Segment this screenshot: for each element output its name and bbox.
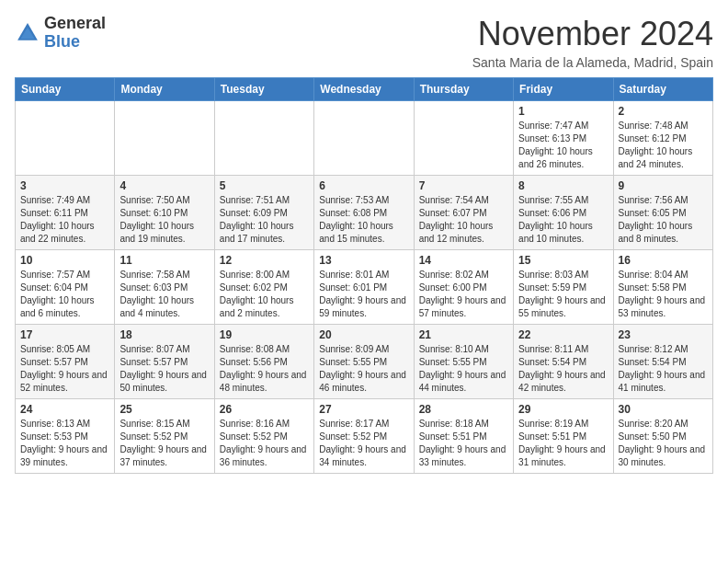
calendar-cell: 25 Sunrise: 8:15 AMSunset: 5:52 PMDaylig… (115, 399, 214, 474)
calendar-cell: 30 Sunrise: 8:20 AMSunset: 5:50 PMDaylig… (613, 399, 712, 474)
day-detail: Sunrise: 8:10 AMSunset: 5:55 PMDaylight:… (419, 343, 508, 395)
day-number: 21 (419, 328, 508, 341)
logo-text: General Blue (44, 15, 106, 52)
day-detail: Sunrise: 7:48 AMSunset: 6:12 PMDaylight:… (619, 120, 708, 171)
day-number: 8 (518, 179, 608, 192)
calendar-cell: 28 Sunrise: 8:18 AMSunset: 5:51 PMDaylig… (414, 399, 513, 474)
day-number: 18 (119, 328, 209, 341)
day-number: 25 (119, 403, 209, 416)
day-number: 26 (220, 403, 309, 416)
day-number: 19 (220, 328, 309, 341)
weekday-header: Tuesday (214, 78, 313, 101)
day-number: 28 (419, 403, 508, 416)
day-number: 12 (220, 254, 309, 267)
day-detail: Sunrise: 7:50 AMSunset: 6:10 PMDaylight:… (119, 194, 209, 246)
logo-blue: Blue (44, 32, 80, 51)
calendar-cell: 15 Sunrise: 8:03 AMSunset: 5:59 PMDaylig… (514, 250, 613, 325)
day-number: 14 (419, 254, 508, 267)
calendar-cell: 6 Sunrise: 7:53 AMSunset: 6:08 PMDayligh… (314, 176, 414, 250)
day-number: 24 (20, 403, 109, 416)
day-number: 4 (119, 179, 209, 192)
page-header: General Blue November 2024 Santa Maria d… (15, 15, 713, 70)
calendar-cell: 8 Sunrise: 7:55 AMSunset: 6:06 PMDayligh… (514, 176, 613, 250)
day-detail: Sunrise: 8:04 AMSunset: 5:58 PMDaylight:… (619, 269, 708, 320)
day-detail: Sunrise: 7:58 AMSunset: 6:03 PMDaylight:… (119, 269, 209, 320)
calendar-cell: 20 Sunrise: 8:09 AMSunset: 5:55 PMDaylig… (314, 325, 414, 399)
day-number: 29 (518, 403, 608, 416)
location: Santa Maria de la Alameda, Madrid, Spain (472, 55, 713, 70)
weekday-header: Wednesday (314, 78, 414, 101)
day-number: 30 (619, 403, 708, 416)
calendar-cell: 4 Sunrise: 7:50 AMSunset: 6:10 PMDayligh… (115, 176, 214, 250)
calendar-cell: 23 Sunrise: 8:12 AMSunset: 5:54 PMDaylig… (613, 325, 712, 399)
day-detail: Sunrise: 7:55 AMSunset: 6:06 PMDaylight:… (518, 194, 608, 246)
calendar-week-row: 24 Sunrise: 8:13 AMSunset: 5:53 PMDaylig… (16, 399, 713, 474)
day-number: 11 (119, 254, 209, 267)
day-detail: Sunrise: 8:13 AMSunset: 5:53 PMDaylight:… (20, 418, 109, 469)
day-detail: Sunrise: 7:49 AMSunset: 6:11 PMDaylight:… (20, 194, 109, 246)
weekday-header: Thursday (414, 78, 513, 101)
calendar-cell (214, 101, 313, 176)
calendar-cell: 3 Sunrise: 7:49 AMSunset: 6:11 PMDayligh… (16, 176, 115, 250)
calendar-cell: 26 Sunrise: 8:16 AMSunset: 5:52 PMDaylig… (214, 399, 313, 474)
day-detail: Sunrise: 7:56 AMSunset: 6:05 PMDaylight:… (619, 194, 708, 246)
calendar-week-row: 17 Sunrise: 8:05 AMSunset: 5:57 PMDaylig… (16, 325, 713, 399)
calendar-cell: 11 Sunrise: 7:58 AMSunset: 6:03 PMDaylig… (115, 250, 214, 325)
day-detail: Sunrise: 8:15 AMSunset: 5:52 PMDaylight:… (119, 418, 209, 469)
day-detail: Sunrise: 7:47 AMSunset: 6:13 PMDaylight:… (518, 120, 608, 171)
day-detail: Sunrise: 8:01 AMSunset: 6:01 PMDaylight:… (319, 269, 408, 320)
calendar-cell: 7 Sunrise: 7:54 AMSunset: 6:07 PMDayligh… (414, 176, 513, 250)
calendar-cell: 19 Sunrise: 8:08 AMSunset: 5:56 PMDaylig… (214, 325, 313, 399)
weekday-header: Sunday (16, 78, 115, 101)
day-detail: Sunrise: 8:19 AMSunset: 5:51 PMDaylight:… (518, 418, 608, 469)
day-detail: Sunrise: 8:05 AMSunset: 5:57 PMDaylight:… (20, 343, 109, 395)
day-number: 27 (319, 403, 408, 416)
day-number: 10 (20, 254, 109, 267)
logo-general: General (44, 14, 106, 32)
day-detail: Sunrise: 8:11 AMSunset: 5:54 PMDaylight:… (518, 343, 608, 395)
calendar-cell: 24 Sunrise: 8:13 AMSunset: 5:53 PMDaylig… (16, 399, 115, 474)
day-number: 2 (619, 105, 708, 118)
calendar-cell (115, 101, 214, 176)
day-number: 6 (319, 179, 408, 192)
weekday-header: Monday (115, 78, 214, 101)
day-number: 15 (518, 254, 608, 267)
day-detail: Sunrise: 7:53 AMSunset: 6:08 PMDaylight:… (319, 194, 408, 246)
day-detail: Sunrise: 8:16 AMSunset: 5:52 PMDaylight:… (220, 418, 309, 469)
logo: General Blue (15, 15, 106, 52)
day-detail: Sunrise: 8:09 AMSunset: 5:55 PMDaylight:… (319, 343, 408, 395)
calendar-cell: 18 Sunrise: 8:07 AMSunset: 5:57 PMDaylig… (115, 325, 214, 399)
day-detail: Sunrise: 7:57 AMSunset: 6:04 PMDaylight:… (20, 269, 109, 320)
calendar-cell: 10 Sunrise: 7:57 AMSunset: 6:04 PMDaylig… (16, 250, 115, 325)
day-detail: Sunrise: 8:20 AMSunset: 5:50 PMDaylight:… (619, 418, 708, 469)
day-number: 17 (20, 328, 109, 341)
month-title: November 2024 (472, 15, 713, 53)
calendar-cell: 27 Sunrise: 8:17 AMSunset: 5:52 PMDaylig… (314, 399, 414, 474)
day-detail: Sunrise: 8:02 AMSunset: 6:00 PMDaylight:… (419, 269, 508, 320)
weekday-header-row: SundayMondayTuesdayWednesdayThursdayFrid… (16, 78, 713, 101)
calendar-week-row: 3 Sunrise: 7:49 AMSunset: 6:11 PMDayligh… (16, 176, 713, 250)
calendar-cell: 2 Sunrise: 7:48 AMSunset: 6:12 PMDayligh… (613, 101, 712, 176)
day-number: 20 (319, 328, 408, 341)
calendar-cell: 16 Sunrise: 8:04 AMSunset: 5:58 PMDaylig… (613, 250, 712, 325)
calendar-cell: 5 Sunrise: 7:51 AMSunset: 6:09 PMDayligh… (214, 176, 313, 250)
calendar-cell: 29 Sunrise: 8:19 AMSunset: 5:51 PMDaylig… (514, 399, 613, 474)
calendar-cell: 21 Sunrise: 8:10 AMSunset: 5:55 PMDaylig… (414, 325, 513, 399)
calendar-cell (314, 101, 414, 176)
day-detail: Sunrise: 8:08 AMSunset: 5:56 PMDaylight:… (220, 343, 309, 395)
day-number: 22 (518, 328, 608, 341)
calendar-cell: 9 Sunrise: 7:56 AMSunset: 6:05 PMDayligh… (613, 176, 712, 250)
day-detail: Sunrise: 7:51 AMSunset: 6:09 PMDaylight:… (220, 194, 309, 246)
day-number: 5 (220, 179, 309, 192)
day-number: 9 (619, 179, 708, 192)
day-number: 13 (319, 254, 408, 267)
calendar-week-row: 1 Sunrise: 7:47 AMSunset: 6:13 PMDayligh… (16, 101, 713, 176)
weekday-header: Friday (514, 78, 613, 101)
logo-icon (15, 20, 40, 46)
day-number: 1 (518, 105, 608, 118)
day-detail: Sunrise: 8:18 AMSunset: 5:51 PMDaylight:… (419, 418, 508, 469)
day-detail: Sunrise: 8:03 AMSunset: 5:59 PMDaylight:… (518, 269, 608, 320)
calendar-week-row: 10 Sunrise: 7:57 AMSunset: 6:04 PMDaylig… (16, 250, 713, 325)
day-detail: Sunrise: 8:12 AMSunset: 5:54 PMDaylight:… (619, 343, 708, 395)
weekday-header: Saturday (613, 78, 712, 101)
